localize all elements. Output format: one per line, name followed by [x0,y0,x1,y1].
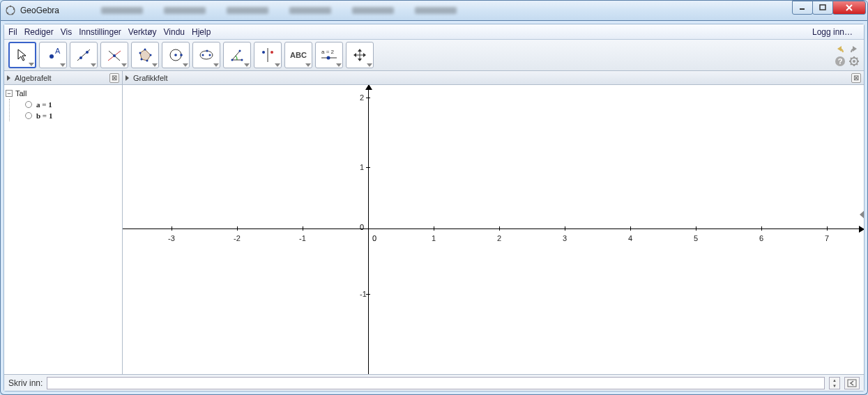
x-tick-label: 2 [497,234,501,242]
svg-rect-53 [848,380,856,387]
svg-line-51 [851,64,852,65]
svg-point-30 [231,59,234,61]
window-title: GeoGebra [20,6,59,15]
tool-move[interactable] [8,42,36,68]
x-tick [761,226,762,231]
blurred-tabs [101,7,457,14]
x-tick [630,226,631,231]
slider-icon: a = 2 [319,47,340,63]
ellipse-icon [198,47,215,63]
help-icon[interactable]: ? [835,56,846,67]
tree-collapse-icon[interactable]: − [6,90,13,97]
tool-perpendicular[interactable] [100,42,128,68]
svg-text:a = 2: a = 2 [321,49,335,55]
input-prompt: Skriv inn: [8,378,43,388]
menu-tools[interactable]: Verktøy [128,27,157,37]
settings-icon[interactable] [848,56,860,67]
svg-point-25 [180,54,183,56]
svg-text:?: ? [838,57,843,65]
origin-label-bottom: 0 [372,234,376,242]
menu-window[interactable]: Vindu [164,27,185,37]
algebra-panel-header: Algebrafelt ⊠ [4,71,122,85]
x-tick [696,226,696,231]
x-tick-label: 5 [694,234,698,242]
tool-circle[interactable] [162,42,190,68]
tree-item-label: a = 1 [36,100,52,109]
svg-line-52 [857,58,858,59]
svg-point-2 [13,8,15,10]
polygon-icon [137,47,153,63]
visibility-toggle-icon[interactable] [25,112,32,119]
tool-line[interactable] [70,42,98,68]
undo-button[interactable] [835,43,846,54]
tree-category-row[interactable]: − Tall [6,88,121,99]
algebra-toggle-icon[interactable] [7,75,10,81]
app-frame: Fil Rediger Vis Innstillinger Verktøy Vi… [0,21,868,395]
minimize-button[interactable] [792,1,813,15]
x-tick-label: -1 [299,234,306,242]
visibility-toggle-icon[interactable] [25,101,32,108]
svg-point-10 [50,54,54,59]
svg-point-20 [146,60,149,62]
svg-point-5 [6,8,8,9]
tree-item-label: b = 1 [36,111,52,120]
x-tick [499,226,500,231]
svg-point-38 [327,56,330,60]
graphics-canvas[interactable]: 0 0 -3-2-1123456721-1 [123,85,864,374]
input-history-spinner[interactable]: ▲▼ [829,377,840,389]
x-tick [565,226,565,231]
main-split: Algebrafelt ⊠ − Tall a = 1 [4,71,864,374]
tool-angle[interactable] [223,42,251,68]
tool-move-view[interactable] [346,42,374,68]
x-tick-label: 6 [759,234,763,242]
svg-point-17 [113,54,116,57]
x-tick-label: 4 [628,234,632,242]
toolbar: A [4,40,864,71]
algebra-close-button[interactable]: ⊠ [109,73,119,83]
menubar: Fil Rediger Vis Innstillinger Verktøy Vi… [4,24,864,40]
x-tick-label: 7 [825,234,829,242]
y-tick [366,167,370,168]
svg-point-13 [79,56,82,59]
menu-settings[interactable]: Innstillinger [79,27,121,37]
svg-point-1 [10,6,11,7]
tool-polygon[interactable] [131,42,159,68]
tool-reflect[interactable] [254,42,282,68]
menu-help[interactable]: Hjelp [192,27,211,37]
x-tick-label: -3 [168,234,175,242]
redo-button[interactable] [848,43,860,54]
tool-ellipse[interactable] [192,42,220,68]
y-tick-label: 2 [360,93,364,102]
graphics-panel-title: Grafikkfelt [133,74,168,82]
login-link[interactable]: Logg inn… [812,27,853,37]
input-bar: Skriv inn: ▲▼ [4,374,864,391]
svg-point-32 [239,50,241,52]
menu-edit[interactable]: Rediger [24,27,54,37]
graphics-toggle-icon[interactable] [125,75,129,81]
algebra-panel: Algebrafelt ⊠ − Tall a = 1 [4,71,123,374]
tree-item[interactable]: b = 1 [10,110,121,121]
maximize-button[interactable] [812,1,833,15]
svg-point-27 [202,54,204,56]
y-tick-label: 1 [360,163,364,171]
command-input[interactable] [47,377,825,389]
svg-point-21 [141,59,143,61]
menu-view[interactable]: Vis [61,27,72,37]
svg-point-19 [150,54,152,56]
graphics-panel-header: Grafikkfelt ⊠ [123,71,864,85]
input-help-button[interactable] [844,377,860,389]
svg-point-29 [206,50,208,52]
style-panel-toggle[interactable] [860,210,864,219]
perpendicular-icon [106,47,123,63]
menu-file[interactable]: Fil [8,27,17,37]
svg-point-22 [139,52,142,54]
svg-point-44 [853,60,855,63]
svg-point-28 [209,54,211,56]
svg-point-14 [86,51,89,54]
tool-point[interactable]: A [39,42,67,68]
tool-text[interactable]: ABC [284,42,312,68]
close-button[interactable] [832,1,866,15]
tree-item[interactable]: a = 1 [10,99,121,110]
tool-slider[interactable]: a = 2 [315,42,343,68]
graphics-close-button[interactable]: ⊠ [851,73,861,83]
